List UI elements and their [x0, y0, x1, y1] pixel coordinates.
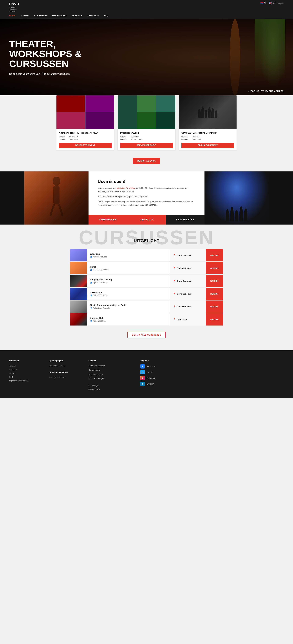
- course-1-teacher-name: Nikos Karpouzas: [93, 256, 107, 258]
- sil-3: [205, 110, 207, 118]
- nav-verhuur[interactable]: VERHUUR: [72, 14, 82, 17]
- course-row-6: Acteren (NL) 👤 Anne Corporaal 📍 Dramazaa…: [70, 313, 223, 326]
- footer-link-contact[interactable]: Contact: [9, 372, 40, 375]
- nav-agenda[interactable]: AGENDA: [20, 14, 29, 17]
- locatie-label-3: Locatie:: [181, 139, 191, 140]
- course-5-bekijk-btn[interactable]: BEKIJK: [206, 300, 223, 313]
- logo[interactable]: usva cultureel studenten centrum: [9, 2, 19, 12]
- footer-cursusadmin-title: Cursusadministratie: [49, 371, 79, 374]
- event-1-btn[interactable]: Bekijk evenement: [59, 142, 112, 148]
- datum-value-3: 10-09-2024: [192, 136, 200, 138]
- course-2-teacher-name: Iza van den Bosch: [93, 268, 108, 271]
- commissies-btn[interactable]: COMMISSIES: [166, 215, 204, 224]
- lang-nl-btn[interactable]: 🇳🇱 NL: [260, 2, 266, 4]
- open-section: Usva is open! Usva is geopend van maanda…: [0, 172, 293, 224]
- pin-icon-3: 📍: [173, 280, 176, 282]
- person-icon-3: 👤: [90, 282, 92, 284]
- event-card-1: Another Forest - EP Release "FALL" Datum…: [57, 95, 114, 150]
- sil-6: [215, 110, 217, 118]
- ig-icon-letter: ◎: [142, 377, 143, 379]
- course-6-location-name: Dramazaal: [177, 318, 187, 321]
- open-para-3: Heb je vragen over de aankoop van ticket…: [98, 200, 195, 207]
- people-silhouettes: [198, 106, 217, 118]
- tw-icon-letter: ✕: [142, 371, 143, 374]
- nl-label: NL: [264, 2, 266, 4]
- course-3-bekijk-btn[interactable]: BEKIJK: [206, 275, 223, 287]
- course-row-2: Haken 👤 Iza van den Bosch 📍 Groene Ruimt…: [70, 262, 223, 274]
- collage-cell-1: [57, 95, 85, 112]
- course-1-info: Waacking 👤 Nikos Karpouzas: [87, 249, 169, 262]
- social-linkedin[interactable]: in LinkedIn: [140, 382, 171, 386]
- facebook-icon: f: [140, 364, 145, 368]
- social-twitter[interactable]: ✕ Twitter: [140, 370, 171, 374]
- collage-2-cell-5: [156, 112, 175, 129]
- course-row-4: Streetdance 👤 Sylvain Veldkamp 📍 Grote D…: [70, 288, 223, 300]
- open-para-2: In de maand augustus zijn er aangepaste …: [98, 195, 195, 198]
- event-3-btn[interactable]: Bekijk evenement: [181, 142, 234, 148]
- footer-link-cursussen[interactable]: Cursussen: [9, 368, 40, 372]
- social-facebook[interactable]: f Facebook: [140, 364, 171, 368]
- footer-direct-title: Direct naar: [9, 360, 40, 362]
- course-4-info: Streetdance 👤 Sylvain Veldkamp: [87, 288, 169, 300]
- event-2-btn[interactable]: Bekijk evenement: [120, 142, 173, 148]
- datum-label-1: Datum:: [59, 136, 68, 138]
- nl-flag-icon: 🇳🇱: [260, 2, 263, 4]
- social-instagram[interactable]: ◎ Instagram: [140, 376, 171, 380]
- course-2-name: Haken: [90, 266, 166, 268]
- open-info-card: Usva is open! Usva is geopend van maanda…: [89, 172, 204, 215]
- cursussen-btn[interactable]: CURSUSSEN: [89, 215, 127, 224]
- course-6-bekijk-btn[interactable]: BEKIJK: [206, 313, 223, 326]
- footer-link-voorwaarden[interactable]: Algemene voorwaarden: [9, 379, 40, 382]
- event-1-datum: Datum: 06-09-2024: [59, 136, 112, 138]
- course-2-info: Haken 👤 Iza van den Bosch: [87, 262, 169, 274]
- nav-home[interactable]: HOME: [9, 14, 16, 17]
- event-2-image: [118, 95, 175, 129]
- course-5-info: Music Theory A: Cracking the Code 👤 Seba…: [87, 300, 169, 313]
- person-icon-6: 👤: [90, 320, 92, 322]
- sil-2: [201, 106, 204, 118]
- event-3-title: Usva 101 - Alternative Groningen: [181, 131, 234, 134]
- view-all-courses-btn[interactable]: BEKIJK ALLE CURSUSSEN: [127, 332, 166, 338]
- collage-2-cell-1: [118, 95, 137, 129]
- course-4-location-name: Grote Danszaal: [177, 293, 191, 295]
- course-3-info: Popping and Locking 👤 Sylvain Veldkamp: [87, 275, 169, 287]
- course-4-bekijk-btn[interactable]: BEKIJK: [206, 288, 223, 300]
- course-1-bekijk-btn[interactable]: BEKIJK: [206, 249, 223, 262]
- login-link[interactable]: inloggen: [277, 2, 284, 4]
- locatie-value-3: Theaterzaal: [192, 139, 201, 140]
- collage-cell-2: [86, 95, 114, 112]
- hero-subtitle: Dé culturele voorziening van Rijksuniver…: [9, 72, 101, 76]
- open-title: Usva is open!: [98, 179, 195, 184]
- nav-over-usva[interactable]: OVER USVA: [87, 14, 99, 17]
- course-5-teacher-name: Sebastiano Terzuolo: [93, 307, 110, 309]
- footer-contact-line3: Munnekeholm 10: [89, 373, 131, 376]
- course-5-location-name: Groene Ruimte: [177, 306, 191, 308]
- footer-link-agenda[interactable]: Agenda: [9, 364, 40, 368]
- nav-cursussen[interactable]: CURSUSSEN: [34, 14, 47, 17]
- course-3-location-name: Grote Danszaal: [177, 280, 191, 282]
- sax-player-figure: [25, 172, 89, 224]
- footer-col-contact: Contact Cultureel Studenten Centrum Usva…: [89, 360, 131, 392]
- sil-1: [198, 109, 201, 118]
- course-2-teacher: 👤 Iza van den Bosch: [90, 268, 166, 271]
- collage-cell-3: [57, 112, 85, 129]
- lang-en-btn[interactable]: 🇬🇧 EN: [269, 2, 275, 4]
- course-2-bekijk-btn[interactable]: BEKIJK: [206, 262, 223, 274]
- footer-contact-email: usva@rug.nl: [89, 384, 131, 387]
- pin-icon-5: 📍: [173, 305, 176, 308]
- facebook-label: Facebook: [147, 365, 155, 368]
- cursussen-subtitle: UITGELICHT: [0, 238, 293, 243]
- pin-icon-6: 📍: [173, 318, 176, 321]
- footer-link-faq[interactable]: FAQ: [9, 375, 40, 379]
- collage-cell-4: [86, 112, 114, 129]
- pin-icon-2: 📍: [173, 267, 176, 270]
- nav-faq[interactable]: FAQ: [104, 14, 108, 17]
- event-1-locatie: Locatie: Theaterzaal: [59, 139, 112, 140]
- view-agenda-btn[interactable]: BEKIJK AGENDA: [133, 158, 160, 164]
- nav-oefenkaart[interactable]: OEFENKAART: [52, 14, 67, 17]
- verhuur-btn[interactable]: VERHUUR: [127, 215, 166, 224]
- collage-2-cell-2: [137, 95, 156, 112]
- hero-title: THEATER, WORKSHOPS & CURSUSSEN: [9, 39, 101, 69]
- en-label: EN: [272, 2, 275, 4]
- course-5-thumb: [70, 300, 87, 313]
